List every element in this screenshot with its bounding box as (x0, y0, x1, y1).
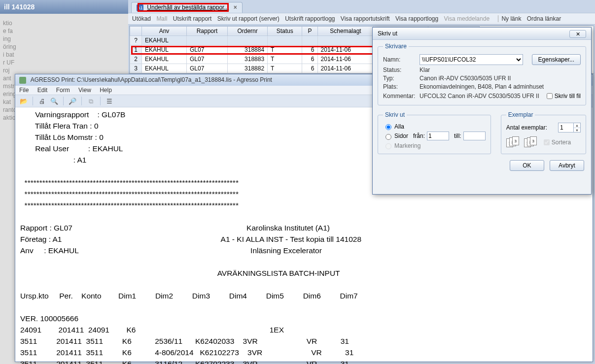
menu-ny-lank[interactable]: Ny länk (501, 15, 521, 22)
agresso-title: AGRESSO Print: C:\Users\ekahul\AppData\L… (31, 76, 272, 83)
menu-edit[interactable]: Edit (37, 87, 48, 94)
report-toolbar: Utökad Mall Utskrift rapport Skriv ut ra… (128, 13, 595, 25)
copies-stepper[interactable]: ▲▼ (558, 123, 581, 132)
name-label: Namn: (383, 56, 420, 63)
tab-reports[interactable]: A1 Underhåll av beställda rappor... × (131, 2, 243, 13)
left-header: ill 141028 (0, 0, 128, 14)
type-label: Typ: (383, 75, 420, 82)
type-value: Canon iR-ADV C5030/5035 UFR II (420, 75, 511, 82)
copies-label: Antal exemplar: (506, 124, 558, 131)
menu-visa-meddelande: Visa meddelande (444, 15, 490, 22)
collate-label: Sortera (552, 139, 571, 146)
radio-all[interactable] (385, 124, 391, 130)
printer-select[interactable]: \\UFPS01\UFCOL32 (420, 54, 523, 65)
print-dialog-title: Skriv ut (378, 30, 397, 37)
col-anv[interactable]: Anv (142, 26, 187, 35)
to-input[interactable] (463, 132, 486, 140)
status-label: Status: (383, 66, 420, 73)
col-status[interactable]: Status (268, 26, 302, 35)
comment-label: Kommentar: (383, 93, 420, 99)
find-icon[interactable]: 🔎 (67, 96, 78, 106)
print-preview-icon[interactable]: 🔍 (49, 96, 60, 106)
menu-help[interactable]: Help (100, 87, 112, 94)
col-p[interactable]: P (302, 26, 317, 35)
options-icon[interactable]: ☰ (104, 96, 115, 106)
app-icon: A1 (137, 4, 143, 11)
tab-bar: A1 Underhåll av beställda rappor... × (128, 0, 595, 13)
tab-label: Underhåll av beställda rappor... (147, 4, 229, 11)
col-rapport[interactable]: Rapport (187, 26, 228, 35)
print-icon[interactable]: 🖨 (36, 96, 47, 106)
print-to-file-checkbox[interactable] (547, 93, 553, 99)
status-value: Klar (420, 66, 430, 73)
place-value: Ekonomiavdelningen, B408, Plan 4 adminhu… (420, 83, 544, 90)
col-ordernr[interactable]: Ordernr (228, 26, 268, 35)
collate-icon: 123 (524, 136, 539, 148)
col-blank[interactable] (130, 26, 142, 35)
menu-skriv-ut-server[interactable]: Skriv ut rapport (server) (217, 15, 280, 22)
place-label: Plats: (383, 83, 420, 90)
printer-group: Skrivare Namn: \\UFPS01\UFCOL32 Egenskap… (378, 43, 586, 105)
tab-close-icon[interactable]: × (234, 4, 237, 11)
menu-utskrift-logg[interactable]: Utskrift rapportlogg (285, 15, 335, 22)
cancel-button[interactable]: Avbryt (550, 160, 584, 171)
radio-pages[interactable] (385, 134, 391, 140)
spin-down-icon[interactable]: ▼ (574, 128, 580, 132)
close-icon[interactable]: ✕ (569, 30, 586, 38)
copies-input[interactable] (559, 123, 573, 132)
menu-mall: Mall (156, 15, 167, 22)
from-input[interactable] (427, 132, 449, 140)
menu-form[interactable]: Form (56, 87, 70, 94)
range-group: Skriv ut Alla Sidor från: till: Markerin… (378, 111, 491, 154)
comment-value: UFCOL32 Canon iR-ADV C5030/5035 UFR II (420, 93, 539, 99)
menu-utskrift-rapport[interactable]: Utskrift rapport (173, 15, 212, 22)
menu-visa-utskrift[interactable]: Visa rapportutskrift (341, 15, 390, 22)
menu-ordna-lankar[interactable]: Ordna länkar (527, 15, 561, 22)
col-schemalagt[interactable]: Schemalagt (317, 26, 374, 35)
menu-file[interactable]: File (19, 87, 29, 94)
print-to-file-label: Skriv till fil (555, 93, 581, 99)
collate-icon: 123 (506, 136, 521, 148)
radio-selection (385, 143, 391, 149)
print-dialog: Skriv ut ✕ Skrivare Namn: \\UFPS01\UFCOL… (372, 27, 592, 195)
menu-view[interactable]: View (78, 87, 91, 94)
collate-checkbox (544, 139, 550, 145)
menu-visa-logg[interactable]: Visa rapportlogg (395, 15, 438, 22)
open-icon[interactable]: 📂 (18, 96, 29, 106)
copies-group: Exemplar Antal exemplar: ▲▼ 123 123 Sort… (501, 111, 586, 154)
copy-icon[interactable]: ⧉ (85, 96, 96, 106)
menu-utokad[interactable]: Utökad (132, 15, 151, 22)
spin-up-icon[interactable]: ▲ (574, 123, 580, 128)
agresso-app-icon (19, 77, 26, 84)
ok-button[interactable]: OK (510, 160, 544, 171)
properties-button[interactable]: Egenskaper... (532, 54, 581, 65)
